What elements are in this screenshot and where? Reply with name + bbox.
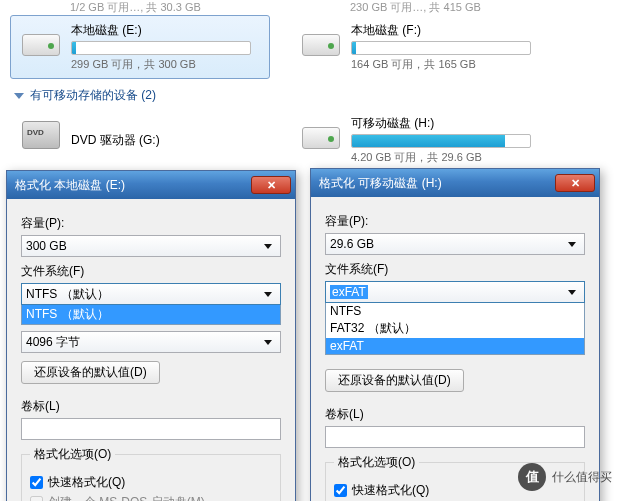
msdos-label: 创建一个 MS-DOS 启动盘(M)	[48, 494, 205, 501]
watermark-text: 什么值得买	[552, 469, 612, 486]
filesystem-dropdown: NTFS （默认）	[21, 305, 281, 325]
format-options-group: 格式化选项(O) 快速格式化(Q) 创建一个 MS-DOS 启动盘(M)	[21, 446, 281, 501]
options-legend: 格式化选项(O)	[334, 454, 419, 471]
chevron-down-icon	[260, 284, 276, 304]
filesystem-option[interactable]: exFAT	[326, 338, 584, 354]
usage-bar	[351, 41, 531, 55]
filesystem-select[interactable]: NTFS （默认）	[21, 283, 281, 305]
hdd-icon	[21, 22, 61, 56]
dialog-title: 格式化 可移动磁盘 (H:)	[319, 175, 555, 192]
msdos-input	[30, 496, 43, 501]
msdos-checkbox[interactable]: 创建一个 MS-DOS 启动盘(M)	[30, 494, 272, 501]
filesystem-label: 文件系统(F)	[21, 263, 281, 280]
capacity-value: 29.6 GB	[330, 237, 374, 251]
restore-defaults-button[interactable]: 还原设备的默认值(D)	[21, 361, 160, 384]
drive-status: 299 GB 可用，共 300 GB	[71, 57, 259, 72]
dialog-title: 格式化 本地磁盘 (E:)	[15, 177, 251, 194]
allocation-value: 4096 字节	[26, 334, 80, 351]
watermark: 值 什么值得买	[518, 463, 612, 491]
capacity-label: 容量(P):	[21, 215, 281, 232]
drive-status: 164 GB 可用，共 165 GB	[351, 57, 539, 72]
allocation-select[interactable]: 4096 字节	[21, 331, 281, 353]
quick-format-label: 快速格式化(Q)	[352, 482, 429, 499]
partial-info: 230 GB 可用…, 共 415 GB	[350, 1, 481, 13]
titlebar[interactable]: 格式化 可移动磁盘 (H:) ✕	[311, 169, 599, 197]
drive-e[interactable]: 本地磁盘 (E:) 299 GB 可用，共 300 GB	[10, 15, 270, 79]
chevron-down-icon	[260, 236, 276, 256]
collapse-icon	[14, 93, 24, 99]
capacity-select[interactable]: 29.6 GB	[325, 233, 585, 255]
section-header-text: 有可移动存储的设备 (2)	[30, 87, 156, 104]
quick-format-input[interactable]	[334, 484, 347, 497]
volume-input[interactable]	[21, 418, 281, 440]
usage-bar	[351, 134, 531, 148]
filesystem-dropdown: NTFS FAT32 （默认） exFAT	[325, 303, 585, 355]
usage-bar	[71, 41, 251, 55]
section-removable[interactable]: 有可移动存储的设备 (2)	[14, 87, 612, 104]
quick-format-checkbox[interactable]: 快速格式化(Q)	[30, 474, 272, 491]
volume-label: 卷标(L)	[21, 398, 281, 415]
chevron-down-icon	[564, 234, 580, 254]
capacity-label: 容量(P):	[325, 213, 585, 230]
restore-defaults-button[interactable]: 还原设备的默认值(D)	[325, 369, 464, 392]
titlebar[interactable]: 格式化 本地磁盘 (E:) ✕	[7, 171, 295, 199]
watermark-icon: 值	[518, 463, 546, 491]
capacity-select[interactable]: 300 GB	[21, 235, 281, 257]
drive-f[interactable]: 本地磁盘 (F:) 164 GB 可用，共 165 GB	[290, 15, 550, 79]
filesystem-option[interactable]: NTFS	[326, 303, 584, 319]
chevron-down-icon	[260, 332, 276, 352]
filesystem-value: exFAT	[330, 285, 368, 299]
filesystem-option[interactable]: NTFS （默认）	[22, 305, 280, 324]
drive-status: 4.20 GB 可用，共 29.6 GB	[351, 150, 539, 165]
hdd-icon	[301, 115, 341, 149]
chevron-down-icon	[564, 282, 580, 302]
partial-info: 1/2 GB 可用…, 共 30.3 GB	[70, 1, 201, 13]
filesystem-value: NTFS （默认）	[26, 286, 109, 303]
format-dialog-e: 格式化 本地磁盘 (E:) ✕ 容量(P): 300 GB 文件系统(F) NT…	[6, 170, 296, 501]
drive-name: 本地磁盘 (F:)	[351, 22, 539, 39]
hdd-icon	[301, 22, 341, 56]
options-legend: 格式化选项(O)	[30, 446, 115, 463]
drive-name: 可移动磁盘 (H:)	[351, 115, 539, 132]
close-button[interactable]: ✕	[251, 176, 291, 194]
drive-name: 本地磁盘 (E:)	[71, 22, 259, 39]
close-button[interactable]: ✕	[555, 174, 595, 192]
volume-input[interactable]	[325, 426, 585, 448]
volume-label: 卷标(L)	[325, 406, 585, 423]
filesystem-select[interactable]: exFAT	[325, 281, 585, 303]
drive-h[interactable]: 可移动磁盘 (H:) 4.20 GB 可用，共 29.6 GB	[290, 108, 550, 172]
quick-format-input[interactable]	[30, 476, 43, 489]
quick-format-label: 快速格式化(Q)	[48, 474, 125, 491]
drive-name: DVD 驱动器 (G:)	[71, 132, 160, 149]
explorer-area: 1/2 GB 可用…, 共 30.3 GB 230 GB 可用…, 共 415 …	[0, 0, 622, 172]
filesystem-option[interactable]: FAT32 （默认）	[326, 319, 584, 338]
format-dialog-h: 格式化 可移动磁盘 (H:) ✕ 容量(P): 29.6 GB 文件系统(F) …	[310, 168, 600, 501]
filesystem-label: 文件系统(F)	[325, 261, 585, 278]
capacity-value: 300 GB	[26, 239, 67, 253]
dvd-icon	[21, 115, 61, 149]
drive-dvd[interactable]: DVD 驱动器 (G:)	[10, 108, 270, 172]
